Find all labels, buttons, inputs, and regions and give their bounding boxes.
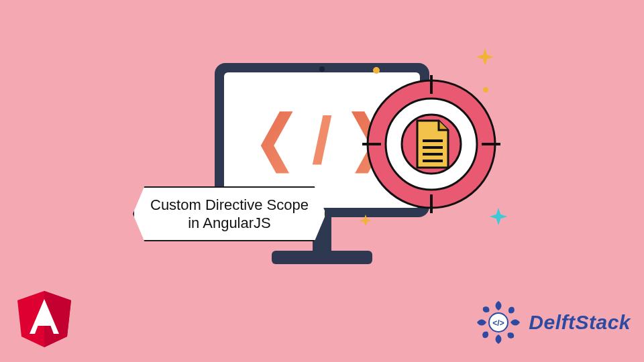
slash-icon: / [312,107,333,174]
delftstack-logo-icon: </> [475,299,522,346]
sparkle-icon [360,215,372,227]
angular-logo-icon [17,291,71,347]
title-line-2: in AngularJS [150,214,309,233]
document-icon [417,121,448,168]
angle-left-icon: ❬ [246,107,308,174]
brand-name: DelftStack [529,311,631,334]
brand-block: </> DelftStack [475,299,631,346]
target-document-icon [361,74,502,215]
monitor-base [272,251,372,264]
sparkle-icon [476,48,494,66]
camera-dot-icon [319,66,325,72]
title-plate: Custom Directive Scope in AngularJS [133,186,326,241]
title-line-1: Custom Directive Scope [150,196,309,215]
svg-text:</>: </> [493,318,504,328]
dot-icon [373,67,380,74]
